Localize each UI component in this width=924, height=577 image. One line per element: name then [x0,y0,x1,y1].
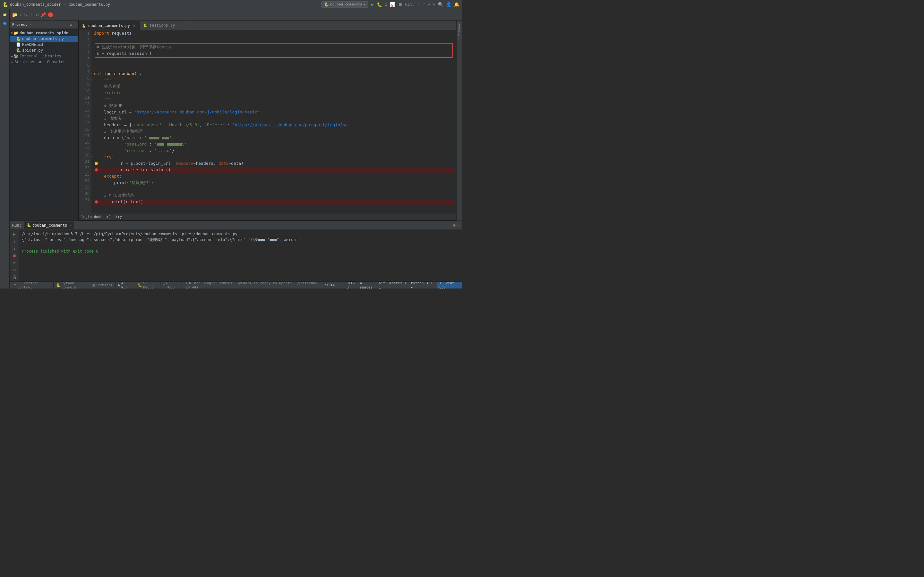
python-console-tab[interactable]: 🐍 Python Console [53,282,90,289]
chevron-down-icon: ▾ [363,2,366,6]
run-tab-close[interactable]: × [69,223,71,227]
project-panel-title: Project [12,23,27,27]
git-undo[interactable]: ↩ [428,2,430,7]
toolbar-icon-3[interactable]: ↪ [24,12,27,17]
terminal-label: Terminal [95,283,113,287]
tree-item-external[interactable]: ▶ 📚 External Libraries [10,53,78,59]
coverage-button[interactable]: ⚙ [384,2,387,7]
code-line-8: ▼ """ [94,77,454,83]
toolbar-icon-6[interactable]: 🔴 [48,12,53,17]
branch-selector[interactable]: 🐍 douban_comments ▾ [321,1,368,8]
panel-tool-gear[interactable]: ⚙ [70,23,72,27]
code-area[interactable]: import requests # 生成Session对象，用于保存Cookie… [91,30,456,213]
right-panel: Database [456,21,462,221]
code-line-12: # 登录URL [94,103,454,109]
cursor-position: 21:14 [324,283,334,287]
bottom-tab-settings[interactable]: ⚙ [453,223,456,227]
user-icon[interactable]: 👤 [446,2,451,7]
run-tab[interactable]: 🐍 douban_comments × [24,221,74,229]
run-down-btn[interactable]: ↓ [11,245,18,251]
indent: 4 spaces [360,281,375,289]
external-label: External Libraries [19,54,61,58]
todo-tab[interactable]: ☑ 6: TODO [160,282,182,289]
run-sidebar: ▶ ↑ ↓ ■ ≡ ⊟ 🗑 [10,230,19,282]
git-check1: ✓ [418,2,420,7]
code-line-24: print('爬取失败') [94,179,454,186]
code-line-22: r.raise_for_status() [94,167,454,173]
code-line-15: headers = {'user-agent': 'Mozilla/5.0', … [94,122,454,128]
breadcrumb-item-2[interactable]: try [115,215,122,219]
tree-item-readme[interactable]: 📄 README.md [10,42,78,47]
panel-tool-minimize[interactable]: − [73,23,76,27]
tab-label-2: sessions.py [150,23,175,27]
run-tab-icon: 🐍 [27,223,31,227]
bottom-panel: Run: 🐍 douban_comments × ⚙ − ▶ ↑ ↓ ■ ≡ ⊟ [10,221,462,282]
bottom-tabs-bar: Run: 🐍 douban_comments × ⚙ − [10,221,462,230]
bottom-panel-labels: ⎇ 9: Version Control 🐍 Python Console ▣ … [10,282,182,289]
terminal-tab[interactable]: ▣ Terminal [90,282,116,289]
run-bottom-label: 4: Run [121,281,132,289]
event-log[interactable]: 1 Event Log [437,282,462,289]
external-icon: 📚 [13,54,18,58]
title-sep1: — [63,2,66,7]
run-line-1: /usr/local/bin/python3.7 /Users/pig/Pych… [22,231,459,237]
code-line-5 [94,58,454,64]
toolbar-icon-5[interactable]: 📌 [40,12,46,17]
debug-label: 5: Debug [143,281,158,289]
tree-item-douban[interactable]: 🐍 douban_comments.py [10,36,78,42]
python-version[interactable]: Python 3.7 ▸ [411,281,434,289]
database-label[interactable]: Database [457,23,461,39]
plugin-update: IDE and Plugin Updates: PyCharm is ready… [186,281,320,289]
toolbar-icon-2[interactable]: ↩ [19,12,22,17]
breadcrumb-item-1[interactable]: login_douban() [81,215,111,219]
debug-icon: 🐛 [137,283,142,287]
tree-root[interactable]: ▼ 📁 douban_comments_spide [10,30,78,36]
toolbar-icon-1[interactable]: 📂 [12,12,18,17]
search-icon[interactable]: 🔍 [438,2,443,7]
title-bar: 🐍 douban_comments_spider — douban_commen… [0,0,462,9]
profile-button[interactable]: 📊 [390,2,395,7]
toolbar-icon-4[interactable]: ⚙ [36,12,39,17]
stop-button[interactable]: ⏹ [398,2,402,7]
editor-content: 12345 678910 1112131415 1617181920 21222… [79,30,456,213]
run-tab-bottom[interactable]: ▶ 4: Run [115,282,135,289]
tree-item-spider[interactable]: 🐍 spider.py [10,47,78,53]
scratches-icon: ✏️ [11,60,13,64]
project-icon[interactable]: 📁 [1,10,9,19]
tab-close-1[interactable]: × [132,23,136,28]
line-numbers: 12345 678910 1112131415 1617181920 21222… [79,30,91,213]
tab-douban-comments[interactable]: 🐍 douban_comments.py × [79,21,140,30]
tree-item-scratches[interactable]: ✏️ Scratches and Consoles [10,59,78,65]
version-control-tab[interactable]: ⎇ 9: Version Control [10,282,53,289]
project-tree: ▼ 📁 douban_comments_spide 🐍 douban_comme… [10,29,78,221]
notification-icon[interactable]: 🔔 [454,2,459,7]
encoding: UTF-8 [347,281,356,289]
run-trash-btn[interactable]: 🗑 [11,274,18,280]
run-button[interactable]: ▶ [371,1,374,7]
run-up-btn[interactable]: ↑ [11,238,18,244]
file-name: douban_comments.py [68,2,110,7]
left-side-panel: 📁 🔷 [0,9,10,288]
run-wrap-btn[interactable]: ≡ [11,260,18,266]
douban-comments-label: douban_comments.py [22,37,64,41]
run-stop-btn[interactable]: ■ [11,253,18,258]
vc-label: 9: Version Control [17,281,51,289]
editor-area: 🐍 douban_comments.py × 🐍 sessions.py × 1… [79,21,456,221]
run-filter-btn[interactable]: ⊟ [11,267,18,273]
folder-icon: 📁 [13,31,18,35]
breadcrumb-arrow: › [112,215,115,219]
code-line-3: # 生成Session对象，用于保存Cookie [97,44,451,50]
tab-py-icon-2: 🐍 [143,23,148,27]
git-check2: ✓ [423,2,425,7]
code-line-10: :return: [94,90,454,96]
git-redo[interactable]: ↪ [433,2,435,7]
tab-close-2[interactable]: × [177,23,182,27]
tab-sessions[interactable]: 🐍 sessions.py × [140,21,185,30]
debug-button[interactable]: 🐛 [376,2,382,7]
structure-icon[interactable]: 🔷 [1,19,9,27]
spider-label: spider.py [22,48,43,53]
debug-tab[interactable]: 🐛 5: Debug [135,282,160,289]
run-green-btn[interactable]: ▶ [11,231,18,237]
branch-label: douban_comments [330,2,362,6]
bottom-minimize[interactable]: − [457,223,459,227]
